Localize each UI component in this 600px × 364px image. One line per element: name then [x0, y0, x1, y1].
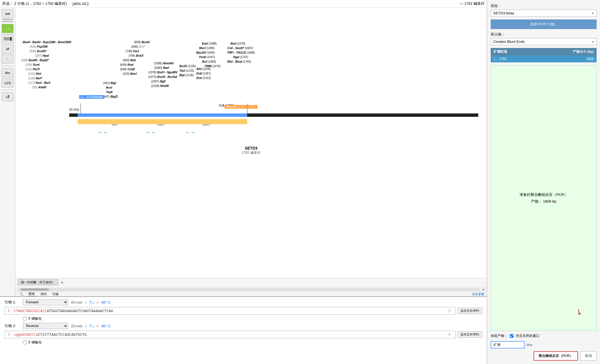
pcr-ready-panel: 准备好聚合酶链反应（PCR） 产物： 1808 bp ↘: [491, 65, 597, 331]
enzyme-label: - BanII - BaeGI - Bsp1286I - Bme1580I: [21, 41, 71, 44]
cancel-btn[interactable]: 取消: [580, 351, 597, 361]
primer1-3prime: 3': [448, 309, 453, 313]
polymerase-section: 聚合酶： Creates Blunt Ends: [491, 32, 597, 45]
primer2-seq-row: 5' cggGGTACCtaCTCCTTAACTCCAGCAGTGCTG 3' …: [5, 331, 482, 338]
amplify-row[interactable]: 1 .. 1782 1808: [491, 56, 597, 62]
arrow-icon: ↘: [574, 306, 584, 317]
view-tabs: 🔍 图谱 序列 引物 杂交参数: [16, 291, 487, 296]
amplify-region-cell: 1 .. 1782: [491, 56, 535, 62]
restriction-tab[interactable]: 独一内切酶（非冗余的）: [18, 279, 58, 285]
reverse-primer-box: Reverse (1761 .. 1782): [225, 105, 257, 109]
action-buttons: 聚合酶链反应（PCR） 取消: [491, 351, 597, 361]
primer2-seq-display: 5' cggGGTACCtaCTCCTTAACTCCAGCAGTGCTG 3': [5, 331, 456, 338]
amplify-size-header: 产物大小 (bp): [535, 48, 597, 56]
select-pcr-primers-btn[interactable]: 选择 PCR 引物...: [491, 19, 597, 29]
status-bar: 所选： 2 引物 (1 .. 1782 = 1782 碱基对) [46% GC]…: [0, 0, 487, 8]
template-select[interactable]: SETD3.fasta: [491, 10, 597, 17]
primer1-seq-display: 5' CTAGCTAGCGCCACCATGGGTAAGAAGAGTCGAGTAA…: [5, 307, 456, 315]
selection-info: 所选： 2 引物 (1 .. 1782 = 1782 碱基对): [2, 1, 67, 6]
primer1-tm-value: 60° C: [101, 300, 111, 304]
primer1-phospho-row: 5' 磷酸化: [23, 316, 482, 321]
right-left-btn[interactable]: ⇄: [2, 44, 14, 53]
primer2-length: 33-mer: [71, 324, 82, 328]
primer1-anneal: ATGGGTAAGAAGAGTCGAGTAAAAACTCAG: [47, 309, 113, 313]
product-name-row: .dna: [491, 341, 597, 348]
search-btn[interactable]: 🔍: [18, 292, 25, 296]
primer2-5prime: 5': [8, 332, 12, 337]
polymerase-select[interactable]: Creates Blunt Ends: [491, 38, 597, 45]
map-area: - BanII - BaeGI - Bsp1286I - Bme1580I (4…: [16, 8, 487, 296]
refresh-btn[interactable]: ↺: [2, 92, 14, 101]
primer2-phospho-label: 5' 磷酸化: [28, 340, 42, 345]
primer1-label: 引物 1:: [5, 300, 20, 305]
left-arrow-btn[interactable]: ←: [2, 54, 14, 63]
primer1-select[interactable]: Forward: [23, 299, 68, 305]
abc-btn[interactable]: Abc: [2, 68, 14, 77]
primer1-length: 45-mer: [71, 300, 82, 304]
horizontal-scrollbar[interactable]: ►: [16, 287, 487, 291]
both-arrows-btn[interactable]: ▶ ▶ ▶: [2, 34, 14, 43]
primer2-tm-label: Tₘ: [89, 324, 94, 328]
amplify-section: 扩增区域 产物大小 (bp) 1 .. 1782 1808: [491, 48, 597, 62]
forward-arrow-btn[interactable]: →: [2, 24, 14, 33]
primer2-phospho-row: 5' 磷酸化: [23, 340, 482, 345]
close-window-check[interactable]: [510, 334, 514, 338]
primer1-row: 引物 1: Forward 45-mer / Tₘ = 60° C: [5, 299, 482, 305]
primer1-phospho-label: 5' 磷酸化: [28, 316, 42, 321]
green-arrow-3: ←←: [185, 129, 196, 135]
primer1-reverse-btn[interactable]: 反向互补序列: [457, 308, 482, 314]
right-panel: 模板： SETD3.fasta 选择 PCR 引物... 聚合酶： Create…: [487, 0, 600, 364]
num-btn[interactable]: (123): [2, 78, 14, 87]
primer2-overhang: cggGGTACCta: [14, 332, 38, 337]
amplify-size-cell: 1808: [535, 56, 597, 62]
create-product-label: 创造产物：: [491, 334, 508, 338]
template-section: 模板： SETD3.fasta: [491, 3, 597, 17]
product-name-input[interactable]: [491, 341, 525, 348]
template-label: 模板：: [491, 3, 597, 8]
sequence-name: SETD3: [242, 146, 260, 150]
map-tabs: 独一内切酶（非冗余的） ◄: [16, 278, 487, 286]
toolbar: SalI → ▶ ▶: [0, 8, 16, 296]
green-arrow-1: ←←: [97, 129, 109, 135]
create-product-section: 创造产物： 并且关闭此窗口: [491, 334, 597, 338]
product-ext: .dna: [526, 343, 532, 347]
start-label: (0) 开始: [69, 108, 79, 112]
primer1-5prime: 5': [8, 309, 12, 313]
pcr-ready-text: 准备好聚合酶链反应（PCR） 产物： 1808 bp: [519, 191, 568, 205]
tab-primers[interactable]: 引物: [50, 292, 61, 296]
primer2-label: 引物 2:: [5, 323, 20, 328]
scroll-left-btn[interactable]: ◄: [59, 280, 64, 284]
green-arrow-2: ←←: [145, 129, 157, 135]
primer1-phospho-check[interactable]: [23, 317, 27, 321]
tab-map[interactable]: 图谱: [26, 292, 37, 297]
primer2-tm-value: 60° C: [101, 324, 111, 328]
primer2-3prime: 3': [448, 332, 453, 337]
primer2-reverse-btn[interactable]: 反向互补序列: [457, 331, 482, 338]
primer1-overhang: CTAGCTAGCGCCACC: [14, 309, 47, 313]
primer1-seq-row: 5' CTAGCTAGCGCCACCATGGGTAAGAAGAGTCGAGTAA…: [5, 307, 482, 315]
primer2-select[interactable]: Reverse: [23, 323, 68, 329]
amplify-region-header: 扩增区域: [491, 48, 535, 56]
primer2-row: 引物 2: Reverse 33-mer / Tₘ = 60° C: [5, 323, 482, 329]
forward-primer-box: (1 .. 30) Forward: [79, 95, 104, 99]
length-info: — 1782 碱基对: [460, 1, 484, 6]
sali-btn[interactable]: SalI: [2, 9, 14, 18]
primer2-anneal: CTCCTTAACTCCAGCAGTGCTG: [38, 332, 87, 337]
polymerase-label: 聚合酶：: [491, 32, 597, 37]
tab-sequence[interactable]: 序列: [38, 292, 49, 296]
pcr-btn[interactable]: 聚合酶链反应（PCR）: [534, 351, 578, 361]
gc-info: [46% GC]: [73, 2, 88, 6]
sequence-length: 1782 碱基对: [242, 150, 260, 155]
close-window-label: 并且关闭此窗口: [516, 334, 540, 338]
misc-params[interactable]: 杂交参数: [472, 292, 484, 296]
primer2-phospho-check[interactable]: [23, 341, 27, 344]
primer1-tm-label: Tₘ: [89, 300, 94, 304]
